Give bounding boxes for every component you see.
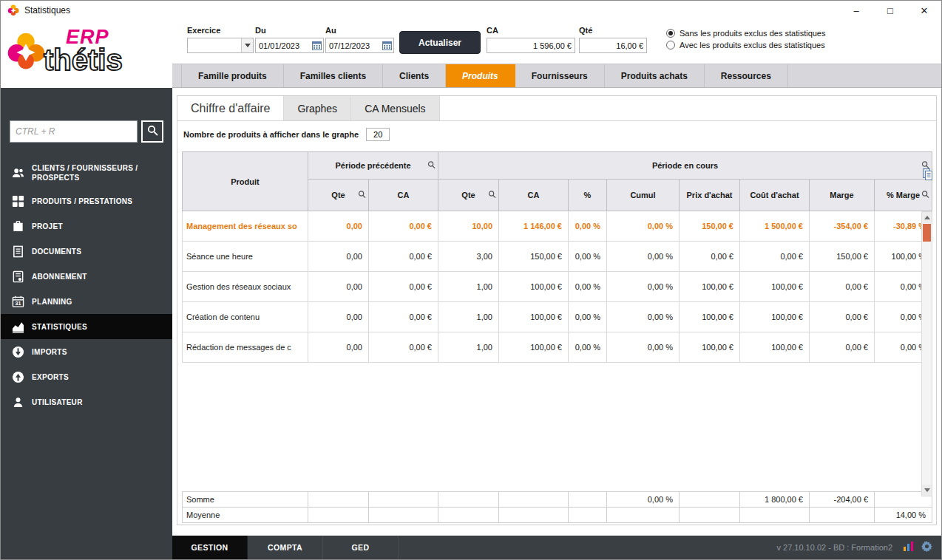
sidebar-item-produits-prestations[interactable]: PRODUITS / PRESTATIONS (1, 188, 172, 214)
sidebar-item-clients-fournisseurs-prospects[interactable]: CLIENTS / FOURNISSEURS / PROSPECTS (1, 157, 172, 188)
graph-count-input[interactable] (366, 128, 390, 141)
col-header-marge[interactable]: Marge (810, 180, 875, 211)
sidebar-item-label: DOCUMENTS (32, 247, 81, 256)
tab-fournisseurs[interactable]: Fournisseurs (515, 64, 605, 87)
minimize-button[interactable]: – (839, 1, 873, 20)
tab-produits-achats[interactable]: Produits achats (605, 64, 705, 87)
summary-value-cell (308, 508, 369, 523)
col-header-prix-achat[interactable]: Prix d'achat (680, 180, 740, 211)
scroll-up-icon[interactable] (922, 212, 932, 223)
tab-famille-produits[interactable]: Famille produits (181, 64, 284, 87)
tab-ressources[interactable]: Ressources (705, 64, 788, 87)
tab-produits[interactable]: Produits (446, 64, 515, 87)
value-cell: 100,00 € (680, 302, 740, 332)
table-row[interactable]: Séance une heure0,000,00 €3,00150,00 €0,… (183, 242, 932, 272)
calendar-picker-icon[interactable] (312, 40, 322, 53)
tab-familles-clients[interactable]: Familles clients (284, 64, 383, 87)
main-area: Exercice Du Au (172, 20, 941, 559)
scroll-down-icon[interactable] (922, 485, 932, 496)
close-button[interactable]: ✕ (907, 1, 941, 20)
sidebar-item-exports[interactable]: EXPORTS (1, 364, 172, 389)
subtab-chiffre-affaire[interactable]: Chiffre d'affaire (177, 96, 284, 120)
table-row[interactable]: Création de contenu0,000,00 €1,00100,00 … (183, 302, 932, 332)
radio-unselected-icon[interactable] (666, 41, 675, 49)
summary-value-cell (810, 508, 875, 523)
col-header-pct-marge[interactable]: % Marge (875, 180, 932, 211)
ca-total-input[interactable] (487, 38, 575, 53)
stats-colored-icon[interactable] (903, 541, 914, 555)
subtab-graphes[interactable]: Graphes (284, 96, 351, 120)
col-header-cout-achat[interactable]: Coût d'achat (740, 180, 810, 211)
search-button[interactable] (141, 120, 163, 143)
summary-value-cell (499, 508, 569, 523)
radio-sans-produits-exclus[interactable]: Sans les produits exclus des statistique… (666, 29, 826, 38)
col-group-periode-en-cours[interactable]: Période en cours (438, 152, 932, 180)
exercice-combobox[interactable] (187, 38, 254, 53)
value-cell: 0,00 % (569, 272, 607, 302)
table-row[interactable]: Rédaction de messages de c0,000,00 €1,00… (183, 332, 932, 363)
col-header-pct[interactable]: % (569, 180, 607, 211)
radio-selected-icon[interactable] (666, 29, 675, 38)
product-cell[interactable]: Rédaction de messages de c (183, 332, 308, 363)
statusbar-ged-button[interactable]: GED (323, 536, 399, 559)
radio-avec-produits-exclus[interactable]: Avec les produits exclus des statistique… (666, 41, 826, 49)
value-cell: 0,00 € (810, 302, 875, 332)
value-cell: 3,00 (438, 242, 499, 272)
value-cell: 1,00 (438, 302, 499, 332)
sidebar-item-planning[interactable]: 31 PLANNING (1, 289, 172, 314)
product-cell[interactable]: Gestion des réseaux sociaux (183, 272, 308, 302)
table-row[interactable]: Management des réseaux so0,000,00 €10,00… (183, 211, 932, 242)
col-header-ca[interactable]: CA (499, 180, 569, 211)
value-cell: 0,00 (308, 272, 369, 302)
filter-header: Exercice Du Au (172, 20, 941, 64)
col-header-ca-prev[interactable]: CA (369, 180, 438, 211)
col-header-qte[interactable]: Qte (438, 180, 499, 211)
summary-value-cell (680, 508, 740, 523)
gear-icon[interactable] (921, 541, 932, 555)
col-header-produit[interactable]: Produit (183, 152, 308, 211)
statusbar-gestion-button[interactable]: GESTION (172, 536, 248, 559)
sidebar-item-utilisateur[interactable]: UTILISATEUR (1, 389, 172, 414)
value-cell: 0,00 € (740, 242, 810, 272)
sidebar-item-statistiques[interactable]: STATISTIQUES (1, 314, 172, 339)
search-icon[interactable] (358, 191, 366, 200)
window-title: Statistiques (24, 5, 70, 16)
col-header-cumul[interactable]: Cumul (607, 180, 680, 211)
product-cell[interactable]: Séance une heure (183, 242, 308, 272)
sidebar-item-documents[interactable]: DOCUMENTS (1, 239, 172, 264)
scrollbar-thumb[interactable] (923, 224, 931, 242)
value-cell: 0,00 (308, 211, 369, 242)
product-cell[interactable]: Management des réseaux so (183, 211, 308, 242)
scrollbar-track[interactable] (922, 242, 932, 485)
product-cell[interactable]: Création de contenu (183, 302, 308, 332)
search-input[interactable] (10, 120, 138, 143)
tab-clients[interactable]: Clients (383, 64, 446, 87)
value-cell: 1,00 (438, 332, 499, 363)
chevron-down-icon[interactable] (241, 38, 253, 52)
sidebar-item-label: STATISTIQUES (32, 322, 87, 332)
subtab-ca-mensuels[interactable]: CA Mensuels (351, 96, 439, 120)
actualiser-button[interactable]: Actualiser (399, 31, 481, 54)
maximize-button[interactable]: □ (873, 1, 907, 20)
export-grid-icon[interactable] (923, 168, 932, 183)
col-group-periode-precedente[interactable]: Période précédente (308, 152, 438, 180)
sidebar-item-label: PRODUITS / PRESTATIONS (32, 197, 132, 206)
search-icon[interactable] (427, 161, 436, 171)
export-icon (10, 370, 25, 383)
qte-total-input[interactable] (579, 38, 647, 53)
subscription-icon (10, 270, 25, 283)
search-icon[interactable] (488, 191, 496, 200)
calendar-picker-icon[interactable] (382, 40, 392, 53)
sidebar-item-abonnement[interactable]: ABONNEMENT (1, 264, 172, 289)
value-cell: 0,00 % (569, 332, 607, 363)
statusbar-compta-button[interactable]: COMPTA (248, 536, 323, 559)
value-cell: 150,00 € (499, 242, 569, 272)
au-label: Au (325, 26, 394, 35)
col-header-qte-prev[interactable]: Qte (308, 180, 369, 211)
table-row[interactable]: Gestion des réseaux sociaux0,000,00 €1,0… (183, 272, 932, 302)
sidebar-item-imports[interactable]: IMPORTS (1, 339, 172, 364)
import-icon (10, 345, 25, 358)
vertical-scrollbar[interactable] (921, 211, 932, 496)
search-icon[interactable] (921, 191, 929, 200)
sidebar-item-projet[interactable]: PROJET (1, 214, 172, 239)
